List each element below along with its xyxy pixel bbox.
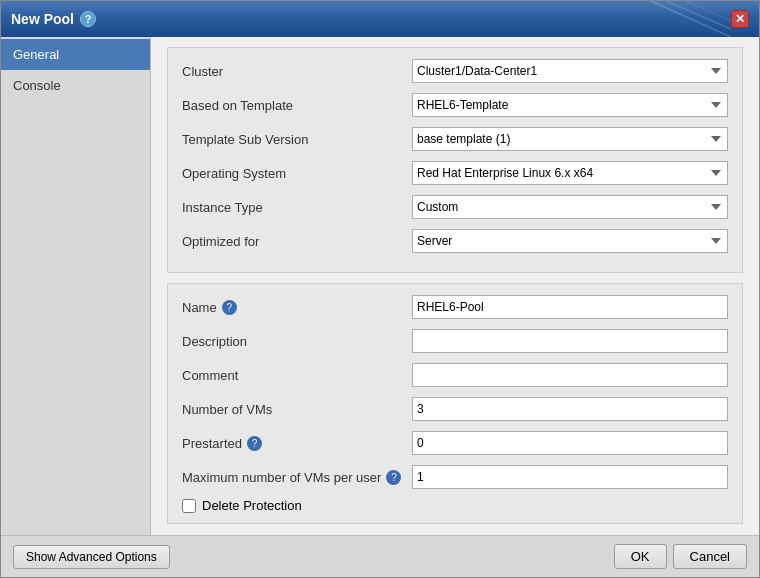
svg-line-0 (651, 1, 731, 37)
description-control (412, 329, 728, 353)
description-row: Description (182, 328, 728, 354)
template-select[interactable]: RHEL6-Template (412, 93, 728, 117)
dialog-footer: Show Advanced Options OK Cancel (1, 535, 759, 577)
title-bar: New Pool ? ✕ (1, 1, 759, 37)
name-control (412, 295, 728, 319)
max-vms-control (412, 465, 728, 489)
max-vms-help-icon[interactable]: ? (386, 470, 401, 485)
delete-protection-label: Delete Protection (202, 498, 302, 513)
dialog-body: General Console Cluster Cluster1/Data-Ce… (1, 37, 759, 535)
name-input[interactable] (412, 295, 728, 319)
instance-select[interactable]: Custom (412, 195, 728, 219)
name-label: Name ? (182, 300, 412, 315)
optimized-control: Server (412, 229, 728, 253)
cluster-label: Cluster (182, 64, 412, 79)
sub-version-control: base template (1) (412, 127, 728, 151)
svg-line-2 (686, 1, 731, 21)
os-select[interactable]: Red Hat Enterprise Linux 6.x x64 (412, 161, 728, 185)
show-advanced-button[interactable]: Show Advanced Options (13, 545, 170, 569)
title-left: New Pool ? (11, 11, 96, 27)
num-vms-label: Number of VMs (182, 402, 412, 417)
num-vms-control (412, 397, 728, 421)
comment-input[interactable] (412, 363, 728, 387)
footer-left: Show Advanced Options (13, 545, 170, 569)
ok-button[interactable]: OK (614, 544, 667, 569)
prestarted-row: Prestarted ? (182, 430, 728, 456)
dialog-title: New Pool (11, 11, 74, 27)
prestarted-input[interactable] (412, 431, 728, 455)
comment-label: Comment (182, 368, 412, 383)
prestarted-help-icon[interactable]: ? (247, 436, 262, 451)
svg-line-1 (666, 1, 731, 29)
sidebar-item-console[interactable]: Console (1, 70, 150, 101)
description-input[interactable] (412, 329, 728, 353)
comment-row: Comment (182, 362, 728, 388)
max-vms-row: Maximum number of VMs per user ? (182, 464, 728, 490)
comment-control (412, 363, 728, 387)
template-row: Based on Template RHEL6-Template (182, 92, 728, 118)
optimized-row: Optimized for Server (182, 228, 728, 254)
main-content: Cluster Cluster1/Data-Center1 Based on T… (151, 37, 759, 535)
os-label: Operating System (182, 166, 412, 181)
optimized-label: Optimized for (182, 234, 412, 249)
top-form-section: Cluster Cluster1/Data-Center1 Based on T… (167, 47, 743, 273)
new-pool-dialog: New Pool ? ✕ General Console (0, 0, 760, 578)
cluster-select[interactable]: Cluster1/Data-Center1 (412, 59, 728, 83)
sidebar-item-general[interactable]: General (1, 39, 150, 70)
template-control: RHEL6-Template (412, 93, 728, 117)
delete-protection-row: Delete Protection (182, 498, 728, 513)
cluster-control: Cluster1/Data-Center1 (412, 59, 728, 83)
close-button[interactable]: ✕ (731, 10, 749, 28)
cluster-row: Cluster Cluster1/Data-Center1 (182, 58, 728, 84)
sub-version-row: Template Sub Version base template (1) (182, 126, 728, 152)
instance-label: Instance Type (182, 200, 412, 215)
cancel-button[interactable]: Cancel (673, 544, 747, 569)
num-vms-row: Number of VMs (182, 396, 728, 422)
prestarted-label: Prestarted ? (182, 436, 412, 451)
instance-row: Instance Type Custom (182, 194, 728, 220)
description-label: Description (182, 334, 412, 349)
delete-protection-checkbox[interactable] (182, 499, 196, 513)
footer-right: OK Cancel (614, 544, 747, 569)
max-vms-input[interactable] (412, 465, 728, 489)
bottom-form-section: Name ? Description (167, 283, 743, 524)
os-control: Red Hat Enterprise Linux 6.x x64 (412, 161, 728, 185)
title-help-icon[interactable]: ? (80, 11, 96, 27)
os-row: Operating System Red Hat Enterprise Linu… (182, 160, 728, 186)
title-decoration (641, 1, 731, 37)
name-help-icon[interactable]: ? (222, 300, 237, 315)
max-vms-label: Maximum number of VMs per user ? (182, 470, 412, 485)
sub-version-label: Template Sub Version (182, 132, 412, 147)
sub-version-select[interactable]: base template (1) (412, 127, 728, 151)
optimized-select[interactable]: Server (412, 229, 728, 253)
name-row: Name ? (182, 294, 728, 320)
num-vms-input[interactable] (412, 397, 728, 421)
template-label: Based on Template (182, 98, 412, 113)
prestarted-control (412, 431, 728, 455)
sidebar: General Console (1, 37, 151, 535)
instance-control: Custom (412, 195, 728, 219)
